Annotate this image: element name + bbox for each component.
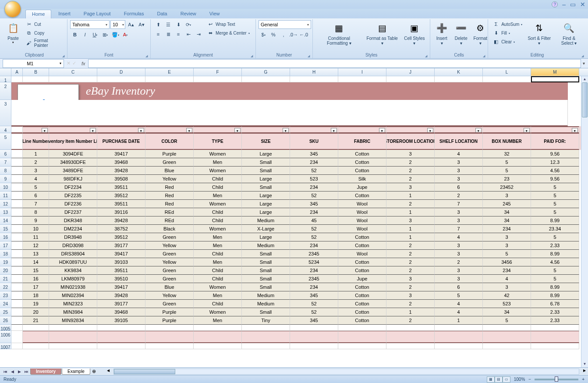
table-header[interactable]: STOREROOM LOCATION: [386, 133, 435, 150]
filter-button[interactable]: ▾: [427, 128, 433, 133]
table-cell[interactable]: Purple: [145, 308, 194, 316]
table-cell[interactable]: DF2234: [49, 183, 97, 192]
row-header[interactable]: 12: [0, 200, 11, 208]
table-cell[interactable]: DKR348: [49, 216, 97, 225]
row-header[interactable]: 21: [0, 275, 11, 283]
table-cell[interactable]: 98IDFKJ: [49, 175, 97, 183]
italic-button[interactable]: I: [80, 30, 90, 39]
selected-cell[interactable]: [531, 76, 579, 82]
copy-button[interactable]: ⧉Copy: [24, 29, 64, 37]
table-cell[interactable]: 39417: [97, 150, 145, 158]
table-cell[interactable]: 4: [483, 275, 531, 283]
new-sheet-button[interactable]: ⊕: [92, 369, 96, 374]
table-cell[interactable]: 2: [386, 316, 435, 325]
table-cell[interactable]: 39468: [97, 158, 145, 167]
table-cell[interactable]: DR3948: [49, 233, 97, 241]
align-right-button[interactable]: ≡: [174, 30, 183, 39]
table-cell[interactable]: 19: [23, 300, 49, 308]
page-layout-view-button[interactable]: ▤: [495, 376, 503, 383]
table-header[interactable]: SIZE: [242, 133, 290, 150]
table-cell[interactable]: 3489DFE: [49, 167, 97, 175]
table-cell[interactable]: Small: [242, 266, 290, 275]
table-cell[interactable]: 348930DFE: [49, 158, 97, 167]
table-cell[interactable]: 1: [386, 308, 435, 316]
zoom-out-button[interactable]: −: [528, 377, 531, 382]
row-header[interactable]: 11: [0, 192, 11, 200]
row-header[interactable]: 16: [0, 233, 11, 241]
table-cell[interactable]: 6: [435, 283, 483, 291]
table-cell[interactable]: 21: [23, 316, 49, 325]
table-cell[interactable]: 3: [23, 167, 49, 175]
table-cell[interactable]: 39511: [97, 200, 145, 208]
table-cell[interactable]: 12.3: [531, 158, 579, 167]
table-cell[interactable]: Yellow: [145, 291, 194, 300]
table-cell[interactable]: DF2235: [49, 192, 97, 200]
table-cell[interactable]: 2345: [290, 250, 338, 258]
table-cell[interactable]: 7: [435, 200, 483, 208]
table-cell[interactable]: Wool: [338, 200, 386, 208]
table-cell[interactable]: 234: [290, 266, 338, 275]
table-cell[interactable]: 5: [531, 183, 579, 192]
filter-button[interactable]: ▾: [379, 128, 385, 133]
table-cell[interactable]: 345: [290, 316, 338, 325]
table-cell[interactable]: 3456: [483, 258, 531, 266]
cancel-formula-icon[interactable]: ✕: [67, 60, 71, 66]
table-cell[interactable]: 11: [23, 233, 49, 241]
table-cell[interactable]: 3: [483, 241, 531, 250]
table-cell[interactable]: 8.99: [531, 216, 579, 225]
row-header[interactable]: 1: [0, 76, 11, 82]
table-cell[interactable]: 3: [435, 175, 483, 183]
align-middle-button[interactable]: ☰: [163, 20, 173, 29]
table-cell[interactable]: MIN021938: [49, 283, 97, 291]
filter-button[interactable]: ▾: [234, 128, 241, 133]
insert-cells-button[interactable]: ➕Insert▾: [433, 20, 450, 46]
zoom-level[interactable]: 100%: [514, 377, 525, 382]
table-header[interactable]: SKU: [290, 133, 338, 150]
table-cell[interactable]: Child: [194, 183, 242, 192]
table-cell[interactable]: Large: [242, 192, 290, 200]
delete-cells-button[interactable]: ➖Delete▾: [452, 20, 470, 46]
table-cell[interactable]: 39468: [97, 308, 145, 316]
table-cell[interactable]: 4: [435, 308, 483, 316]
table-cell[interactable]: 3: [435, 266, 483, 275]
table-cell[interactable]: DRD3098: [49, 241, 97, 250]
row-header[interactable]: 1007: [0, 343, 11, 349]
help-icon[interactable]: ?: [552, 1, 558, 7]
table-cell[interactable]: 3: [483, 233, 531, 241]
table-cell[interactable]: 5: [531, 275, 579, 283]
table-cell[interactable]: 234: [290, 241, 338, 250]
table-cell[interactable]: 5: [531, 192, 579, 200]
table-cell[interactable]: Medium: [242, 291, 290, 300]
table-cell[interactable]: Small: [242, 250, 290, 258]
filter-button[interactable]: ▾: [42, 128, 48, 133]
row-header[interactable]: 22: [0, 283, 11, 291]
next-sheet-button[interactable]: ▶: [16, 369, 23, 374]
table-cell[interactable]: 23: [483, 175, 531, 183]
fill-button[interactable]: ⬇Fill▾: [491, 29, 524, 37]
row-header[interactable]: 25: [0, 308, 11, 316]
table-cell[interactable]: 234: [290, 158, 338, 167]
table-cell[interactable]: 5: [531, 233, 579, 241]
column-header-E[interactable]: E: [145, 68, 194, 76]
restore-button[interactable]: ▭: [570, 1, 576, 8]
table-cell[interactable]: Medium: [242, 241, 290, 250]
page-break-view-button[interactable]: ▭: [503, 376, 510, 383]
table-cell[interactable]: Men: [194, 192, 242, 200]
table-cell[interactable]: 9.56: [531, 150, 579, 158]
table-cell[interactable]: 52: [290, 300, 338, 308]
table-cell[interactable]: 1: [386, 208, 435, 216]
tab-page-layout[interactable]: Page Layout: [78, 10, 117, 18]
table-cell[interactable]: Green: [145, 266, 194, 275]
number-format-dropdown[interactable]: ▾: [259, 20, 311, 29]
filter-button[interactable]: ▾: [331, 128, 337, 133]
table-cell[interactable]: 34: [483, 208, 531, 216]
table-cell[interactable]: 1: [23, 150, 49, 158]
row-header[interactable]: 3: [0, 100, 11, 126]
wrap-text-button[interactable]: ↩Wrap Text: [205, 20, 251, 28]
table-cell[interactable]: Cotton: [338, 266, 386, 275]
table-cell[interactable]: MIN92834: [49, 316, 97, 325]
table-cell[interactable]: 2: [435, 192, 483, 200]
table-cell[interactable]: 5: [435, 291, 483, 300]
tab-data[interactable]: Data: [151, 10, 173, 18]
table-cell[interactable]: Women: [194, 308, 242, 316]
